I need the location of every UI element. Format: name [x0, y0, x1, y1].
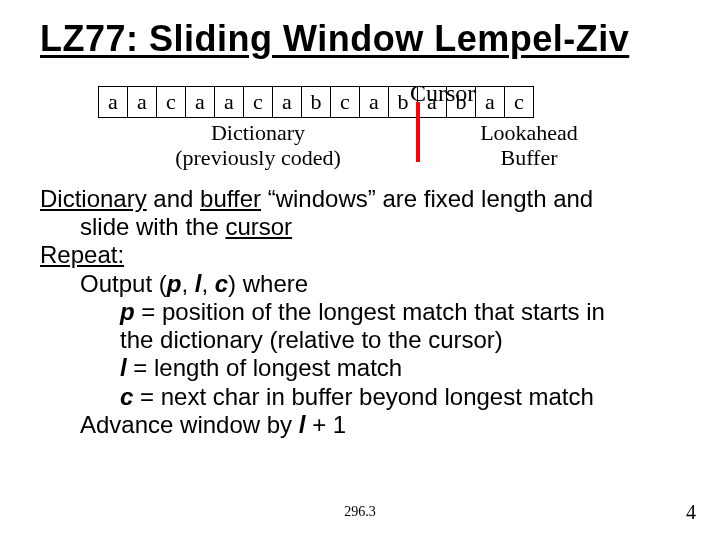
cell: c: [243, 86, 273, 118]
text: = length of longest match: [127, 354, 403, 381]
slide-title: LZ77: Sliding Window Lempel-Ziv: [40, 18, 680, 60]
line-4: Output (p, l, c) where: [40, 270, 680, 298]
text: Output (: [80, 270, 167, 297]
var-l: l: [120, 354, 127, 381]
line-2: slide with the cursor: [40, 213, 680, 241]
text: = next char in buffer beyond longest mat…: [133, 383, 594, 410]
line-8: c = next char in buffer beyond longest m…: [40, 383, 680, 411]
line-5: p = position of the longest match that s…: [40, 298, 680, 326]
cell: c: [156, 86, 186, 118]
line-3: Repeat:: [40, 241, 680, 269]
cell: a: [359, 86, 389, 118]
page-number: 4: [686, 501, 696, 524]
cell: a: [272, 86, 302, 118]
cell: a: [185, 86, 215, 118]
text: ,: [181, 270, 194, 297]
var-c: c: [120, 383, 133, 410]
line-9: Advance window by l + 1: [40, 411, 680, 439]
cell: a: [98, 86, 128, 118]
cell: a: [127, 86, 157, 118]
line-7: l = length of longest match: [40, 354, 680, 382]
text: and: [147, 185, 200, 212]
diagram: Cursor a a c a a c a b c a b a b a c Dic…: [80, 86, 640, 171]
var-c: c: [215, 270, 228, 297]
look-line1: Lookahead: [480, 120, 578, 145]
text: ) where: [228, 270, 308, 297]
lookahead-label: Lookahead Buffer: [418, 120, 640, 171]
cell-row: a a c a a c a b c a b a b a c: [98, 86, 640, 118]
dictionary-label: Dictionary (previously coded): [98, 120, 418, 171]
slide: LZ77: Sliding Window Lempel-Ziv Cursor a…: [0, 0, 720, 540]
line-1: Dictionary and buffer “windows” are fixe…: [40, 185, 680, 213]
dict-line1: Dictionary: [211, 120, 305, 145]
cell: a: [475, 86, 505, 118]
text: slide with the: [80, 213, 225, 240]
word-cursor: cursor: [225, 213, 292, 240]
word-dictionary: Dictionary: [40, 185, 147, 212]
text: = position of the longest match that sta…: [135, 298, 605, 325]
cell: c: [330, 86, 360, 118]
look-line2: Buffer: [500, 145, 557, 170]
line-6: the dictionary (relative to the cursor): [40, 326, 680, 354]
word-repeat: Repeat:: [40, 241, 124, 268]
text: “windows” are fixed length and: [261, 185, 593, 212]
cell: a: [214, 86, 244, 118]
text: ,: [201, 270, 214, 297]
word-buffer: buffer: [200, 185, 261, 212]
cell: b: [301, 86, 331, 118]
cell: c: [504, 86, 534, 118]
under-labels: Dictionary (previously coded) Lookahead …: [98, 120, 640, 171]
cursor-marker: [416, 102, 420, 162]
footer-center: 296.3: [0, 504, 720, 520]
var-p: p: [120, 298, 135, 325]
text: Advance window by: [80, 411, 299, 438]
body-text: Dictionary and buffer “windows” are fixe…: [40, 185, 680, 440]
var-p: p: [167, 270, 182, 297]
text: + 1: [305, 411, 346, 438]
dict-line2: (previously coded): [175, 145, 341, 170]
